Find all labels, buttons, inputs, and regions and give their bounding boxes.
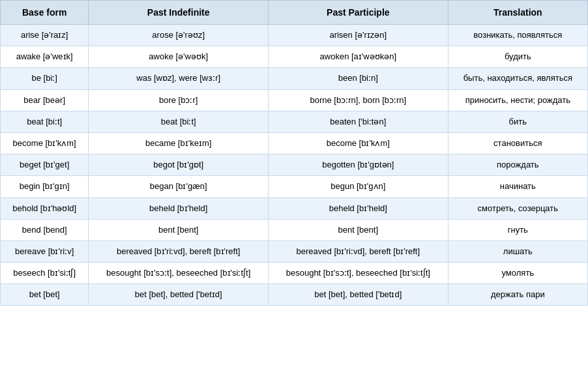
past-participle-cell: bereaved [bɪ'riːvd], bereft [bɪ'reft] xyxy=(269,241,448,262)
past-participle-cell: been [biːn] xyxy=(269,68,448,89)
header-past-participle: Past Participle xyxy=(269,1,448,25)
past-indefinite-cell: became [bɪ'keɪm] xyxy=(89,132,269,154)
table-row: beseech [bɪ'siːtʃ]besought [bɪ'sɔːt], be… xyxy=(1,263,588,284)
past-indefinite-cell: begot [bɪ'gɒt] xyxy=(89,154,269,176)
past-participle-cell: bent [bent] xyxy=(269,219,448,241)
past-participle-cell: beheld [bɪ'held] xyxy=(269,197,448,219)
past-indefinite-cell: bent [bent] xyxy=(89,219,269,241)
translation-cell: бить xyxy=(448,111,587,132)
base-form-cell: behold [bɪ'həʊld] xyxy=(1,197,89,219)
table-row: behold [bɪ'həʊld]beheld [bɪ'held]beheld … xyxy=(1,197,588,219)
table-row: beat [biːt]beat [biːt]beaten ['biːtən]би… xyxy=(1,111,588,132)
past-indefinite-cell: awoke [ə'wəʊk] xyxy=(89,46,269,68)
table-row: awake [ə'weɪk]awoke [ə'wəʊk]awoken [aɪ'w… xyxy=(1,46,588,68)
past-participle-cell: besought [bɪ'sɔːt], beseeched [bɪ'siːtʃt… xyxy=(269,263,448,284)
past-indefinite-cell: was [wɒz], were [wɜːr] xyxy=(89,68,269,89)
base-form-cell: arise [ə'raɪz] xyxy=(1,25,89,46)
translation-cell: лишать xyxy=(448,241,587,262)
base-form-cell: bereave [bɪ'riːv] xyxy=(1,241,89,262)
base-form-cell: begin [bɪ'gɪn] xyxy=(1,176,89,197)
past-participle-cell: bet [bet], betted ['betɪd] xyxy=(269,284,448,306)
table-row: begin [bɪ'gɪn]began [bɪ'gæn]begun [bɪ'gʌ… xyxy=(1,176,588,197)
base-form-cell: be [biː] xyxy=(1,68,89,89)
past-indefinite-cell: began [bɪ'gæn] xyxy=(89,176,269,197)
table-row: bereave [bɪ'riːv]bereaved [bɪ'riːvd], be… xyxy=(1,241,588,262)
translation-cell: быть, находиться, являться xyxy=(448,68,587,89)
translation-cell: умолять xyxy=(448,263,587,284)
base-form-cell: bet [bet] xyxy=(1,284,89,306)
base-form-cell: beget [bɪ'get] xyxy=(1,154,89,176)
table-row: bend [bend]bent [bent]bent [bent]гнуть xyxy=(1,219,588,241)
past-participle-cell: arisen [ə'rɪzən] xyxy=(269,25,448,46)
translation-cell: начинать xyxy=(448,176,587,197)
past-indefinite-cell: beat [biːt] xyxy=(89,111,269,132)
table-row: bear [beər]bore [bɔːr]borne [bɔːrn], bor… xyxy=(1,89,588,111)
translation-cell: возникать, появляться xyxy=(448,25,587,46)
past-participle-cell: begun [bɪ'gʌn] xyxy=(269,176,448,197)
base-form-cell: become [bɪ'kʌm] xyxy=(1,132,89,154)
table-row: beget [bɪ'get]begot [bɪ'gɒt]begotten [bɪ… xyxy=(1,154,588,176)
translation-cell: смотреть, созерцать xyxy=(448,197,587,219)
base-form-cell: beat [biːt] xyxy=(1,111,89,132)
past-participle-cell: begotten [bɪ'gɒtən] xyxy=(269,154,448,176)
translation-cell: порождать xyxy=(448,154,587,176)
past-indefinite-cell: bore [bɔːr] xyxy=(89,89,269,111)
table-row: become [bɪ'kʌm]became [bɪ'keɪm]become [b… xyxy=(1,132,588,154)
past-indefinite-cell: bet [bet], betted ['betɪd] xyxy=(89,284,269,306)
translation-cell: становиться xyxy=(448,132,587,154)
header-past-indefinite: Past Indefinite xyxy=(89,1,269,25)
table-row: bet [bet]bet [bet], betted ['betɪd]bet [… xyxy=(1,284,588,306)
past-indefinite-cell: besought [bɪ'sɔːt], beseeched [bɪ'siːtʃt… xyxy=(89,263,269,284)
base-form-cell: awake [ə'weɪk] xyxy=(1,46,89,68)
table-row: arise [ə'raɪz]arose [ə'rəʊz]arisen [ə'rɪ… xyxy=(1,25,588,46)
base-form-cell: beseech [bɪ'siːtʃ] xyxy=(1,263,89,284)
past-participle-cell: borne [bɔːrn], born [bɔːrn] xyxy=(269,89,448,111)
past-participle-cell: awoken [aɪ'wəʊkən] xyxy=(269,46,448,68)
translation-cell: будить xyxy=(448,46,587,68)
table-row: be [biː]was [wɒz], were [wɜːr]been [biːn… xyxy=(1,68,588,89)
translation-cell: приносить, нести; рождать xyxy=(448,89,587,111)
past-indefinite-cell: bereaved [bɪ'riːvd], bereft [bɪ'reft] xyxy=(89,241,269,262)
translation-cell: держать пари xyxy=(448,284,587,306)
header-translation: Translation xyxy=(448,1,587,25)
header-base-form: Base form xyxy=(1,1,89,25)
translation-cell: гнуть xyxy=(448,219,587,241)
past-participle-cell: beaten ['biːtən] xyxy=(269,111,448,132)
base-form-cell: bend [bend] xyxy=(1,219,89,241)
base-form-cell: bear [beər] xyxy=(1,89,89,111)
past-participle-cell: become [bɪ'kʌm] xyxy=(269,132,448,154)
past-indefinite-cell: beheld [bɪ'held] xyxy=(89,197,269,219)
past-indefinite-cell: arose [ə'rəʊz] xyxy=(89,25,269,46)
